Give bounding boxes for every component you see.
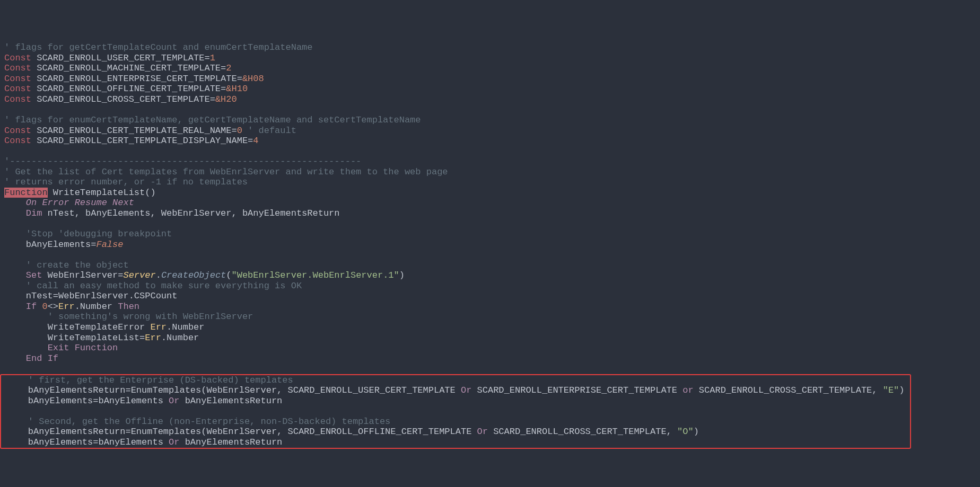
keyword: Or [169,396,179,406]
identifier: SCARD_ENROLL_CERT_TEMPLATE_REAL_NAME= [31,126,237,136]
blank-line [0,250,980,260]
function-keyword-highlighted: Function [4,188,48,198]
number-literal: &H20 [215,94,237,104]
identifier: SCARD_ENROLL_CROSS_CERT_TEMPLATE, [694,385,883,395]
code-line: bAnyElements=bAnyElements Or bAnyElement… [2,396,909,406]
code-line: ' create the object [0,260,980,271]
identifier: SCARD_ENROLL_ENTERPRISE_CERT_TEMPLATE= [31,74,242,84]
highlighted-code-region: ' first, get the Enterprise (DS-backed) … [0,374,911,449]
indent [4,281,26,291]
code-line: nTest=WebEnrlServer.CSPCount [0,291,980,302]
keyword: Resume [75,198,107,208]
code-line: ' call an easy method to make sure every… [0,281,980,291]
identifier: nTest=WebEnrlServer.CSPCount [26,291,178,301]
indent [4,322,48,332]
code-line: ' Get the list of Cert templates from We… [0,167,980,178]
blank-line [0,218,980,229]
identifier: bAnyElementsReturn [179,396,282,406]
comment-text: ' flags for enumCertTemplateName, getCer… [4,115,421,125]
indent [6,396,28,406]
indent [4,229,26,239]
keyword: Or [461,385,471,395]
string-literal: "O" [677,427,694,437]
identifier: bAnyElementsReturn=EnumTemplates(WebEnrl… [28,427,477,437]
code-line: ' first, get the Enterprise (DS-backed) … [2,375,909,386]
number-literal: 1 [210,53,215,63]
identifier: bAnyElementsReturn [179,437,282,447]
identifier: SCARD_ENROLL_ENTERPRISE_CERT_TEMPLATE [471,385,682,395]
identifier: bAnyElementsReturn=EnumTemplates(WebEnrl… [28,385,461,395]
code-line: Const SCARD_ENROLL_CROSS_CERT_TEMPLATE=&… [0,94,980,105]
indent [4,333,48,343]
indent [4,312,48,322]
builtin-object: Err [150,322,167,332]
keyword: Dim [26,208,42,218]
identifier: nTest, bAnyElements, WebEnrlServer, bAny… [42,208,339,218]
comment-text: ' first, get the Enterprise (DS-backed) … [28,375,293,385]
identifier: SCARD_ENROLL_MACHINE_CERT_TEMPLATE= [31,63,226,73]
function-name: WriteTemplateList() [48,188,156,198]
indent [6,427,28,437]
builtin-object: Err [58,302,75,312]
code-line: If 0<>Err.Number Then [0,302,980,312]
const-keyword: Const [4,126,31,136]
identifier: SCARD_ENROLL_CROSS_CERT_TEMPLATE, [488,427,677,437]
code-line: Set WebEnrlServer=Server.CreateObject("W… [0,270,980,281]
identifier: SCARD_ENROLL_USER_CERT_TEMPLATE= [31,53,210,63]
identifier: SCARD_ENROLL_CERT_TEMPLATE_DISPLAY_NAME= [31,136,253,146]
const-keyword: Const [4,84,31,94]
indent [6,417,28,427]
comment-text: ' Second, get the Offline (non-Enterpris… [28,417,391,427]
indent [4,353,26,364]
indent [4,302,26,312]
code-line: Const SCARD_ENROLL_CERT_TEMPLATE_DISPLAY… [0,136,980,146]
identifier: WriteTemplateError [48,322,151,332]
identifier: bAnyElements= [26,240,97,250]
code-line: Const SCARD_ENROLL_USER_CERT_TEMPLATE=1 [0,53,980,64]
comment-text: ' default [242,126,296,136]
blank-line [0,364,980,374]
const-keyword: Const [4,136,31,146]
comment-text: ' Get the list of Cert templates from We… [4,167,448,177]
code-line: Const SCARD_ENROLL_CERT_TEMPLATE_REAL_NA… [0,126,980,136]
identifier: bAnyElements=bAnyElements [28,396,169,406]
boolean-literal: False [96,240,123,250]
identifier: .Number [167,322,204,332]
indent [4,240,26,250]
code-line: '---------------------------------------… [0,156,980,167]
keyword: Next [112,198,134,208]
blank-line [0,146,980,157]
keyword: Set [26,270,42,280]
keyword: Function [75,343,118,353]
code-line: ' returns error number, or -1 if no temp… [0,177,980,188]
number-literal: 0 [237,126,242,136]
code-line: Const SCARD_ENROLL_OFFLINE_CERT_TEMPLATE… [0,84,980,94]
identifier: .Number [75,302,118,312]
code-line: ' Second, get the Offline (non-Enterpris… [2,417,909,427]
code-line: Const SCARD_ENROLL_MACHINE_CERT_TEMPLATE… [0,63,980,74]
method-name: CreateObject [161,270,226,280]
identifier: bAnyElements=bAnyElements [28,437,169,447]
identifier: SCARD_ENROLL_OFFLINE_CERT_TEMPLATE= [31,84,226,94]
string-literal: "E" [883,385,899,395]
comment-text: ' create the object [26,260,129,270]
code-editor[interactable]: ' flags for getCertTemplateCount and enu… [0,42,980,448]
const-keyword: Const [4,94,31,104]
code-line: End If [0,353,980,364]
comment-text: 'Stop 'debugging breakpoint [26,229,172,239]
const-keyword: Const [4,53,31,63]
code-line: ' flags for enumCertTemplateName, getCer… [0,115,980,126]
keyword: or [682,385,693,395]
identifier: WebEnrlServer= [42,270,123,280]
number-literal: 4 [253,136,258,146]
code-line: 'Stop 'debugging breakpoint [0,229,980,240]
indent [6,375,28,385]
indent [4,260,26,270]
code-line: WriteTemplateError Err.Number [0,322,980,333]
indent [4,291,26,301]
comment-text: ' something's wrong with WebEnrlServer [48,312,253,322]
keyword: Error [42,198,69,208]
code-line: bAnyElements=bAnyElements Or bAnyElement… [2,437,909,448]
operator: <> [48,302,58,312]
code-line: bAnyElementsReturn=EnumTemplates(WebEnrl… [2,427,909,437]
